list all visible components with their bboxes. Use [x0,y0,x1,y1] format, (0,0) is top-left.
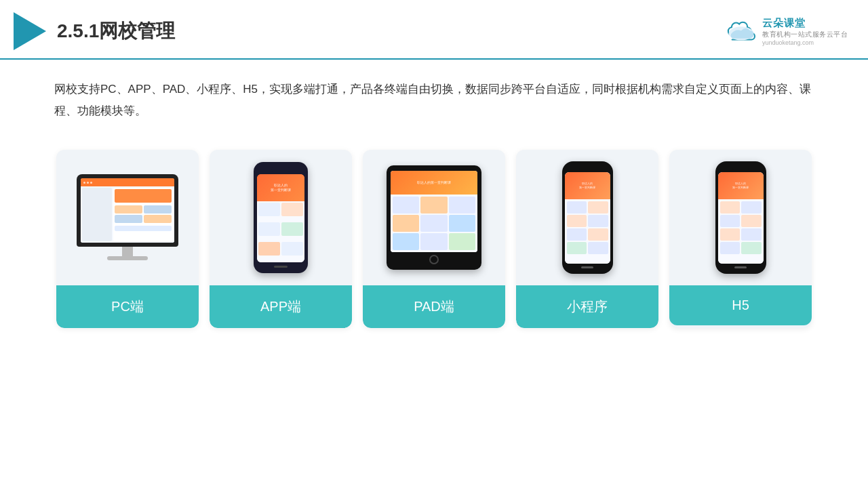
header-left: 2.5.1网校管理 [14,12,175,50]
card-pc: PC端 [56,150,199,328]
page-title: 2.5.1网校管理 [57,18,175,44]
card-h5: 职达人的第一堂判断课 [669,150,812,328]
header-right: 云朵课堂 教育机构一站式服务云平台 yunduoketang.com [724,17,848,46]
header: 2.5.1网校管理 云朵课堂 教育机构一站式服务云平台 yunduoketang… [0,0,868,60]
brand-logo: 云朵课堂 教育机构一站式服务云平台 yunduoketang.com [724,17,848,46]
logo-triangle-icon [14,12,46,50]
card-miniprogram-image: 职达人的第一堂判断课 [516,150,658,285]
brand-text: 云朵课堂 教育机构一站式服务云平台 yunduoketang.com [762,17,848,46]
card-app-label: APP端 [210,285,352,328]
cards-section: PC端 职达人的第一堂判断课 A [0,129,868,342]
card-app-image: 职达人的第一堂判断课 [210,150,352,285]
mini-phone-icon: 职达人的第一堂判断课 [562,161,613,274]
description-text: 网校支持PC、APP、PAD、小程序、H5，实现多端打通，产品各终端自由切换，数… [0,60,868,129]
brand-tagline: 教育机构一站式服务云平台 [762,30,848,39]
tablet-icon: 职达人的第一堂判断课 [387,165,481,270]
phone-app-icon: 职达人的第一堂判断课 [254,162,308,273]
card-pc-image [56,150,199,285]
cloud-icon [724,19,758,43]
card-h5-label: H5 [669,285,812,325]
card-h5-image: 职达人的第一堂判断课 [669,150,812,285]
card-pad: 职达人的第一堂判断课 PAD端 [363,150,505,328]
card-app: 职达人的第一堂判断课 APP端 [210,150,352,328]
h5-phone-icon: 职达人的第一堂判断课 [715,161,766,274]
card-miniprogram: 职达人的第一堂判断课 [516,150,658,328]
card-pad-label: PAD端 [363,285,505,328]
brand-name: 云朵课堂 [762,17,806,30]
card-miniprogram-label: 小程序 [516,285,658,328]
pc-monitor-icon [77,174,178,260]
card-pc-label: PC端 [56,285,199,328]
card-pad-image: 职达人的第一堂判断课 [363,150,505,285]
brand-url: yunduoketang.com [762,39,814,46]
